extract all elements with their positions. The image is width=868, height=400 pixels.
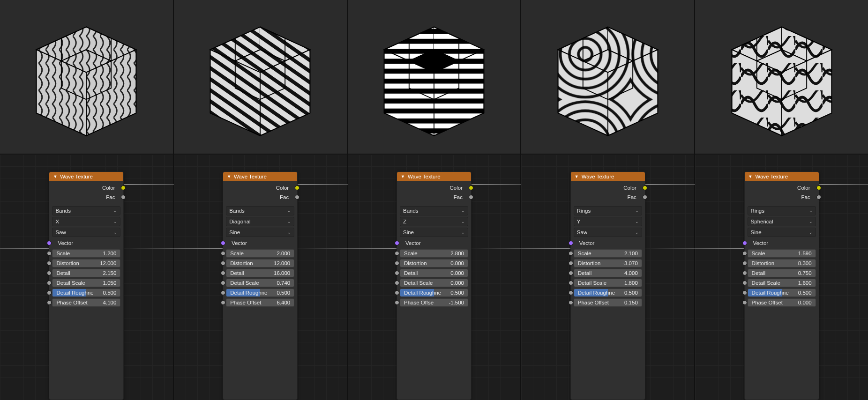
detail_scale-field[interactable]: Detail Scale 0.740: [226, 279, 294, 287]
node-header[interactable]: ▼ Wave Texture: [49, 172, 123, 181]
wave-texture-node[interactable]: ▼ Wave Texture Color Fac Bands ⌄ Diagona…: [223, 171, 298, 400]
detail_scale-field[interactable]: Detail Scale 1.050: [52, 279, 120, 287]
fac-socket-icon[interactable]: [643, 195, 647, 200]
collapse-icon[interactable]: ▼: [401, 174, 405, 179]
node-editor-area[interactable]: ▼ Wave Texture Color Fac Rings ⌄ Spheric…: [695, 155, 868, 400]
detail-field[interactable]: Detail 4.000: [574, 269, 642, 277]
distortion-socket-icon[interactable]: [742, 261, 747, 266]
detail-field[interactable]: Detail 0.000: [400, 269, 468, 277]
node-editor-area[interactable]: ▼ Wave Texture Color Fac Rings ⌄ Y ⌄ Saw: [521, 155, 694, 400]
phase_offset-socket-icon[interactable]: [221, 300, 225, 305]
detail_scale-field[interactable]: Detail Scale 1.600: [748, 279, 816, 287]
distortion-field[interactable]: Distortion 12.000: [52, 259, 120, 267]
node-editor-area[interactable]: ▼ Wave Texture Color Fac Bands ⌄ X ⌄ Saw: [0, 155, 173, 400]
phase_offset-field[interactable]: Phase Offset 0.150: [574, 298, 642, 307]
scale-field[interactable]: Scale 2.000: [226, 249, 294, 258]
phase_offset-socket-icon[interactable]: [742, 300, 747, 305]
distortion-socket-icon[interactable]: [569, 261, 573, 266]
wave-type-dropdown[interactable]: Rings ⌄: [574, 206, 642, 215]
detail-socket-icon[interactable]: [221, 271, 225, 275]
phase_offset-field[interactable]: Phase Offset 4.100: [52, 298, 120, 307]
detail-field[interactable]: Detail 16.000: [226, 269, 294, 277]
color-socket-icon[interactable]: [643, 185, 647, 190]
phase_offset-field[interactable]: Phase Offset 0.000: [748, 298, 816, 307]
distortion-socket-icon[interactable]: [395, 261, 399, 266]
scale-socket-icon[interactable]: [569, 251, 573, 256]
distortion-socket-icon[interactable]: [221, 261, 225, 266]
vector-socket-icon[interactable]: [569, 241, 573, 245]
detail_rough-socket-icon[interactable]: [47, 290, 52, 295]
direction-dropdown[interactable]: X ⌄: [52, 217, 120, 226]
detail_rough-socket-icon[interactable]: [742, 290, 747, 295]
viewport-preview[interactable]: [174, 0, 347, 155]
distortion-socket-icon[interactable]: [47, 261, 52, 266]
vector-socket-icon[interactable]: [395, 241, 399, 245]
distortion-field[interactable]: Distortion 12.000: [226, 259, 294, 267]
detail-socket-icon[interactable]: [569, 271, 573, 275]
node-header[interactable]: ▼ Wave Texture: [745, 172, 819, 181]
phase_offset-field[interactable]: Phase Offse -1.500: [400, 298, 468, 307]
detail_rough-socket-icon[interactable]: [221, 290, 225, 295]
phase_offset-socket-icon[interactable]: [569, 300, 573, 305]
phase_offset-field[interactable]: Phase Offset 6.400: [226, 298, 294, 307]
wave-type-dropdown[interactable]: Bands ⌄: [226, 206, 294, 215]
profile-dropdown[interactable]: Sine ⌄: [748, 228, 816, 237]
fac-socket-icon[interactable]: [469, 195, 473, 200]
collapse-icon[interactable]: ▼: [748, 174, 753, 179]
scale-field[interactable]: Scale 1.200: [52, 249, 120, 258]
detail-socket-icon[interactable]: [395, 271, 399, 275]
detail_scale-socket-icon[interactable]: [569, 281, 573, 285]
scale-field[interactable]: Scale 2.800: [400, 249, 468, 258]
direction-dropdown[interactable]: Diagonal ⌄: [226, 217, 294, 226]
vector-socket-icon[interactable]: [47, 241, 52, 245]
detail_rough-field[interactable]: Detail Roughne 0.500: [226, 289, 294, 297]
color-socket-icon[interactable]: [295, 185, 299, 190]
wave-texture-node[interactable]: ▼ Wave Texture Color Fac Bands ⌄ X ⌄ Saw: [49, 171, 124, 400]
viewport-preview[interactable]: [695, 0, 868, 155]
detail-socket-icon[interactable]: [47, 271, 52, 275]
distortion-field[interactable]: Distortion 0.000: [400, 259, 468, 267]
direction-dropdown[interactable]: Z ⌄: [400, 217, 468, 226]
color-socket-icon[interactable]: [469, 185, 473, 190]
scale-socket-icon[interactable]: [47, 251, 52, 256]
scale-socket-icon[interactable]: [221, 251, 225, 256]
scale-field[interactable]: Scale 2.100: [574, 249, 642, 258]
detail_scale-field[interactable]: Detail Scale 1.800: [574, 279, 642, 287]
fac-socket-icon[interactable]: [816, 195, 821, 200]
direction-dropdown[interactable]: Spherical ⌄: [748, 217, 816, 226]
node-editor-area[interactable]: ▼ Wave Texture Color Fac Bands ⌄ Diagona…: [174, 155, 347, 400]
collapse-icon[interactable]: ▼: [53, 174, 57, 179]
detail_scale-socket-icon[interactable]: [47, 281, 52, 285]
fac-socket-icon[interactable]: [121, 195, 126, 200]
scale-socket-icon[interactable]: [742, 251, 747, 256]
detail-field[interactable]: Detail 2.150: [52, 269, 120, 277]
profile-dropdown[interactable]: Saw ⌄: [52, 228, 120, 237]
node-header[interactable]: ▼ Wave Texture: [571, 172, 645, 181]
detail-socket-icon[interactable]: [742, 271, 747, 275]
node-editor-area[interactable]: ▼ Wave Texture Color Fac Bands ⌄ Z ⌄ Sin: [348, 155, 521, 400]
detail_rough-field[interactable]: Detail Roughne 0.500: [400, 289, 468, 297]
viewport-preview[interactable]: [521, 0, 694, 155]
profile-dropdown[interactable]: Saw ⌄: [574, 228, 642, 237]
detail_rough-field[interactable]: Detail Roughne 0.500: [574, 289, 642, 297]
profile-dropdown[interactable]: Sine ⌄: [226, 228, 294, 237]
node-header[interactable]: ▼ Wave Texture: [223, 172, 297, 181]
node-header[interactable]: ▼ Wave Texture: [397, 172, 471, 181]
collapse-icon[interactable]: ▼: [227, 174, 231, 179]
vector-socket-icon[interactable]: [742, 241, 747, 245]
viewport-preview[interactable]: [0, 0, 173, 155]
distortion-field[interactable]: Distortion 8.300: [748, 259, 816, 267]
wave-type-dropdown[interactable]: Bands ⌄: [52, 206, 120, 215]
wave-type-dropdown[interactable]: Bands ⌄: [400, 206, 468, 215]
detail_scale-socket-icon[interactable]: [742, 281, 747, 285]
color-socket-icon[interactable]: [121, 185, 126, 190]
phase_offset-socket-icon[interactable]: [47, 300, 52, 305]
wave-texture-node[interactable]: ▼ Wave Texture Color Fac Bands ⌄ Z ⌄ Sin: [397, 171, 471, 400]
detail_scale-field[interactable]: Detail Scale 0.000: [400, 279, 468, 287]
wave-texture-node[interactable]: ▼ Wave Texture Color Fac Rings ⌄ Y ⌄ Saw: [570, 171, 645, 400]
scale-socket-icon[interactable]: [395, 251, 399, 256]
wave-texture-node[interactable]: ▼ Wave Texture Color Fac Rings ⌄ Spheric…: [744, 171, 819, 400]
detail_rough-field[interactable]: Detail Roughne 0.500: [52, 289, 120, 297]
color-socket-icon[interactable]: [816, 185, 821, 190]
vector-socket-icon[interactable]: [221, 241, 225, 245]
